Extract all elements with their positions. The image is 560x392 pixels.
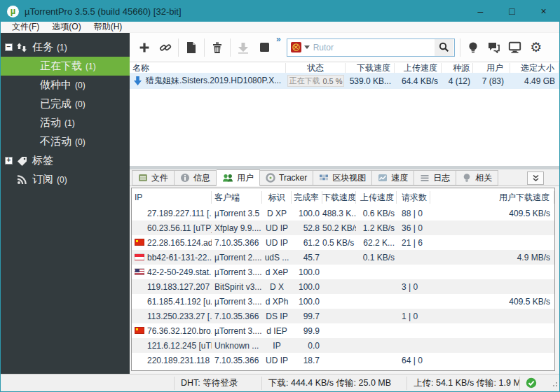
peer-row[interactable]: 119.183.127.207BitSpirit v3....D X100.03… bbox=[132, 279, 554, 294]
stop-icon bbox=[259, 42, 270, 52]
column-header-peers[interactable]: 用户 bbox=[473, 63, 510, 73]
column-header-up-speed[interactable]: 上传速度 bbox=[395, 63, 442, 73]
peer-row[interactable]: 27.189.227.111 [...µTorrent 3.5D XP100.0… bbox=[132, 206, 554, 220]
peer-column-client[interactable]: 客户端 bbox=[212, 191, 262, 204]
peer-column-ip[interactable]: IP bbox=[132, 191, 212, 204]
peer-flags: UD IP bbox=[262, 238, 292, 248]
tab-label: 文件 bbox=[151, 172, 168, 184]
collapse-detail-button[interactable] bbox=[527, 172, 544, 185]
tab-logger[interactable]: 日志 bbox=[414, 170, 456, 186]
sidebar-item-feeds[interactable]: 订阅(0) bbox=[1, 170, 130, 189]
peer-flags: d XeP bbox=[262, 267, 292, 277]
monitor-icon bbox=[508, 41, 521, 53]
sidebar-item-tasks[interactable]: −任务(1) bbox=[1, 38, 130, 57]
peer-column-percent[interactable]: 完成率 bbox=[292, 191, 322, 204]
speed-icon bbox=[378, 173, 388, 183]
sidebar-item-seeding[interactable]: 做种中(0) bbox=[1, 76, 130, 94]
add-magnet-link-button[interactable] bbox=[155, 37, 176, 58]
sidebar-item-downloading[interactable]: 正在下载(1) bbox=[1, 57, 130, 76]
peer-column-flags[interactable]: 标识 bbox=[262, 191, 292, 204]
add-torrent-button[interactable] bbox=[134, 37, 155, 58]
sidebar-item-finished[interactable]: 已完成(0) bbox=[1, 94, 130, 113]
expand-icon[interactable]: + bbox=[5, 157, 13, 164]
flag-cn-icon bbox=[135, 327, 144, 334]
column-header-size[interactable]: 选定大小 bbox=[510, 63, 559, 73]
peer-percent: 100.0 bbox=[292, 209, 322, 218]
titlebar[interactable]: µ µTorrentPro 3.5.5 (build 45660) [32-bi… bbox=[1, 1, 559, 22]
peer-row[interactable]: 22.28.165.124.ad...7.10.35.366UD IP61.20… bbox=[132, 235, 554, 250]
minimize-button[interactable]: – bbox=[465, 1, 496, 22]
sidebar-item-count: (0) bbox=[75, 137, 86, 147]
menubar: 文件(F) 选项(O) 帮助(H) bbox=[1, 22, 559, 33]
tab-files[interactable]: 文件 bbox=[132, 170, 175, 186]
sidebar-item-count: (0) bbox=[75, 80, 86, 90]
column-header-status[interactable]: 状态 bbox=[286, 63, 346, 73]
peer-dl-rate: 409.5 KB/s bbox=[430, 209, 554, 218]
peer-row[interactable]: bb42-61-131-22...µTorrent 2....udS ...45… bbox=[132, 250, 554, 265]
create-torrent-button[interactable] bbox=[181, 37, 202, 58]
chat-button[interactable] bbox=[484, 37, 505, 58]
peer-flags: DS IP bbox=[262, 312, 292, 321]
tab-peers[interactable]: 用户 bbox=[217, 169, 260, 186]
sidebar-item-inactive[interactable]: 不活动(0) bbox=[1, 132, 130, 151]
peer-row[interactable]: 60.23.56.11 [uTP]Xfplay 9.9....UD IP52.8… bbox=[132, 220, 554, 235]
sidebar-item-count: (0) bbox=[75, 99, 86, 109]
peer-percent: 45.7 bbox=[292, 253, 322, 262]
menu-file[interactable]: 文件(F) bbox=[6, 21, 46, 33]
search-button[interactable] bbox=[435, 39, 453, 56]
peer-row[interactable]: 76.36.32.120.bro...µTorrent 3....d IEP99… bbox=[132, 323, 554, 338]
peer-row[interactable]: 42-2-50-249.stat...µTorrent 3....d XeP10… bbox=[132, 265, 554, 279]
tab-pieces[interactable]: 区块视图 bbox=[313, 170, 372, 186]
search-input[interactable] bbox=[313, 43, 435, 52]
peer-row[interactable]: 61.185.41.192 [u...µTorrent 3....d XPh10… bbox=[132, 294, 554, 309]
resize-grip[interactable] bbox=[551, 377, 558, 390]
toolbar: » bbox=[130, 33, 559, 62]
peer-row[interactable]: 220.189.231.118 ...7.10.35.366UD IP18.76… bbox=[132, 353, 554, 368]
torrent-seeds: 4 (12) bbox=[442, 76, 473, 86]
peer-percent: 0.0 bbox=[292, 341, 322, 351]
tab-info[interactable]: 信息 bbox=[175, 170, 217, 186]
sidebar-item-label: 已完成 bbox=[40, 97, 71, 111]
column-header-name[interactable]: 名称 bbox=[130, 63, 286, 73]
menu-options[interactable]: 选项(O) bbox=[46, 21, 87, 33]
peer-column-peer-dl-rate[interactable]: 用户下载速度 bbox=[430, 191, 554, 204]
column-header-seeds[interactable]: 种源 bbox=[442, 63, 473, 73]
tab-related[interactable]: 相关 bbox=[456, 170, 498, 186]
rutor-engine-icon[interactable] bbox=[291, 42, 301, 52]
devices-button[interactable] bbox=[505, 37, 526, 58]
close-button[interactable]: × bbox=[528, 1, 559, 22]
tab-trackers[interactable]: Tracker bbox=[260, 170, 313, 186]
column-header-down-speed[interactable]: 下载速度 bbox=[346, 63, 395, 73]
torrent-name: 猎鬼姐妹.Sisters.2019.HD1080P.X... bbox=[146, 75, 281, 87]
search-engine-dropdown-icon[interactable] bbox=[304, 46, 310, 49]
stop-button[interactable] bbox=[254, 37, 275, 58]
lightbulb-icon bbox=[468, 41, 478, 54]
toolbar-overflow-chevron[interactable]: » bbox=[276, 34, 281, 44]
status-label: 正在下载 bbox=[289, 76, 320, 86]
collapse-icon[interactable]: − bbox=[5, 43, 13, 51]
maximize-button[interactable]: □ bbox=[496, 1, 528, 22]
torrent-row[interactable]: 猎鬼姐妹.Sisters.2019.HD1080P.X...正在下载0.5 %5… bbox=[130, 73, 559, 89]
remove-torrent-button[interactable] bbox=[207, 37, 228, 58]
peer-column-down-speed[interactable]: 下载速度 bbox=[322, 191, 356, 204]
sidebar-item-label: 不活动 bbox=[40, 135, 71, 148]
start-download-button[interactable] bbox=[233, 37, 254, 58]
peer-dl-rate: 409.5 KB/s bbox=[430, 297, 554, 307]
peer-column-up-speed[interactable]: 上传速度 bbox=[356, 191, 397, 204]
tab-speed[interactable]: 速度 bbox=[372, 170, 414, 186]
tab-label: 用户 bbox=[237, 172, 254, 184]
sidebar-item-active[interactable]: 活动(1) bbox=[1, 113, 130, 132]
utorrent-logo-icon: µ bbox=[7, 6, 19, 18]
settings-button[interactable]: ⚙ bbox=[526, 37, 547, 58]
sidebar-item-labels[interactable]: +标签 bbox=[1, 151, 130, 170]
peer-ip: bb42-61-131-22... bbox=[147, 253, 212, 262]
menu-help[interactable]: 帮助(H) bbox=[88, 21, 129, 33]
gear-icon: ⚙ bbox=[530, 41, 542, 54]
peer-row[interactable]: 121.6.12.245 [uTP]Unknown ...IP0.0 bbox=[132, 338, 554, 353]
chat-bubbles-icon bbox=[487, 41, 500, 53]
peer-column-requests[interactable]: 请求数 bbox=[397, 191, 430, 204]
peer-client: µTorrent 3.... bbox=[212, 297, 262, 307]
remote-access-button[interactable] bbox=[463, 37, 484, 58]
peer-row[interactable]: 113.250.233.27 [...7.10.35.366DS IP99.71… bbox=[132, 309, 554, 323]
info-icon bbox=[180, 173, 190, 183]
